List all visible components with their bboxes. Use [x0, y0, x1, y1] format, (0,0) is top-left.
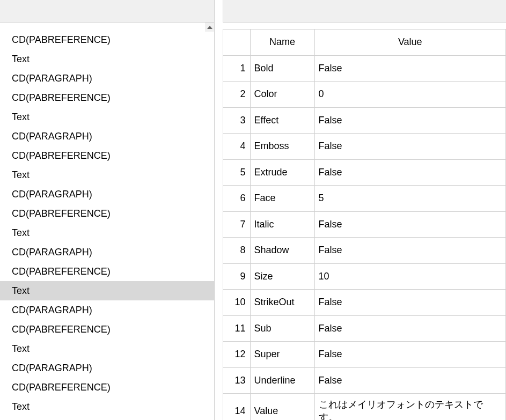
tree-list[interactable]: CD(PABREFERENCE)TextCD(PARAGRAPH)CD(PABR… — [0, 23, 214, 420]
tree-item[interactable]: Text — [0, 339, 214, 358]
tree-item[interactable]: CD(PARAGRAPH) — [0, 185, 214, 204]
table-header-row: Name Value — [223, 30, 506, 55]
table-row[interactable]: 5ExtrudeFalse — [223, 160, 506, 186]
tree-item[interactable]: CD(PABREFERENCE) — [0, 88, 214, 107]
row-index: 5 — [223, 160, 250, 186]
row-index: 8 — [223, 238, 250, 263]
property-value[interactable]: False — [314, 134, 506, 159]
property-value[interactable]: False — [314, 368, 506, 394]
property-value[interactable]: False — [314, 238, 506, 263]
property-value[interactable]: False — [314, 316, 506, 342]
property-name: Italic — [250, 212, 314, 238]
table-row[interactable]: 2Color0 — [223, 82, 506, 108]
tree-item[interactable]: CD(PABREFERENCE) — [0, 320, 214, 339]
table-row[interactable]: 11SubFalse — [223, 316, 506, 342]
row-index: 3 — [223, 108, 250, 134]
property-value[interactable]: 10 — [314, 264, 506, 290]
table-row[interactable]: 3EffectFalse — [223, 108, 506, 134]
tree-panel-header — [0, 0, 214, 23]
table-row[interactable]: 1BoldFalse — [223, 56, 506, 82]
property-value[interactable]: False — [314, 160, 506, 186]
table-row[interactable]: 9Size10 — [223, 264, 506, 290]
tree-item[interactable]: Text — [0, 165, 214, 185]
table-row[interactable]: 12SuperFalse — [223, 342, 506, 368]
column-header-value[interactable]: Value — [314, 30, 506, 55]
tree-item[interactable]: CD(PARAGRAPH) — [0, 358, 214, 378]
tree-item[interactable]: wBody — [0, 416, 214, 420]
row-index: 6 — [223, 186, 250, 211]
scroll-up-arrow-icon[interactable] — [205, 23, 214, 32]
tree-item[interactable]: CD(PABREFERENCE) — [0, 378, 214, 397]
property-value[interactable]: False — [314, 212, 506, 238]
property-name: Face — [250, 186, 314, 211]
tree-item[interactable]: CD(PARAGRAPH) — [0, 127, 214, 146]
property-name: Effect — [250, 108, 314, 134]
tree-item[interactable]: CD(PABREFERENCE) — [0, 30, 214, 49]
tree-item[interactable]: CD(PABREFERENCE) — [0, 146, 214, 165]
property-name: Sub — [250, 316, 314, 342]
row-index: 14 — [223, 394, 250, 420]
properties-panel-header — [223, 0, 506, 23]
property-name: Value — [250, 394, 314, 420]
row-index: 12 — [223, 342, 250, 367]
property-name: Bold — [250, 56, 314, 82]
table-row[interactable]: 14Valueこれはメイリオフォントのテキストです。 — [223, 394, 506, 420]
tree-item[interactable]: Text — [0, 281, 214, 300]
table-row[interactable]: 4EmbossFalse — [223, 134, 506, 160]
tree-item[interactable]: Text — [0, 107, 214, 127]
table-row[interactable]: 13UnderlineFalse — [223, 368, 506, 394]
properties-table: Name Value 1BoldFalse2Color03EffectFalse… — [223, 29, 506, 420]
tree-item[interactable]: CD(PARAGRAPH) — [0, 242, 214, 262]
property-value[interactable]: これはメイリオフォントのテキストです。 — [314, 394, 506, 420]
row-index: 1 — [223, 56, 250, 82]
property-name: Color — [250, 82, 314, 107]
property-name: Emboss — [250, 134, 314, 159]
tree-item[interactable]: CD(PARAGRAPH) — [0, 300, 214, 320]
row-index: 7 — [223, 212, 250, 238]
property-value[interactable]: False — [314, 342, 506, 367]
tree-item[interactable]: CD(PARAGRAPH) — [0, 69, 214, 88]
table-row[interactable]: 7ItalicFalse — [223, 212, 506, 238]
property-name: StrikeOut — [250, 290, 314, 315]
row-index: 10 — [223, 290, 250, 315]
properties-table-wrap: Name Value 1BoldFalse2Color03EffectFalse… — [223, 23, 506, 420]
tree-item[interactable]: Text — [0, 223, 214, 242]
property-value[interactable]: False — [314, 56, 506, 82]
tree-item[interactable]: CD(PABREFERENCE) — [0, 204, 214, 223]
properties-panel: Name Value 1BoldFalse2Color03EffectFalse… — [223, 0, 506, 420]
tree-item[interactable]: Text — [0, 49, 214, 69]
tree-item[interactable]: Text — [0, 397, 214, 416]
tree-panel: CD(PABREFERENCE)TextCD(PARAGRAPH)CD(PABR… — [0, 0, 215, 420]
panel-divider — [215, 0, 223, 420]
row-index: 9 — [223, 264, 250, 290]
property-value[interactable]: False — [314, 290, 506, 315]
row-index: 2 — [223, 82, 250, 107]
property-name: Shadow — [250, 238, 314, 263]
table-row[interactable]: 8ShadowFalse — [223, 238, 506, 264]
property-value[interactable]: 5 — [314, 186, 506, 211]
property-value[interactable]: False — [314, 108, 506, 134]
property-name: Super — [250, 342, 314, 367]
row-index: 4 — [223, 134, 250, 159]
tree-item[interactable]: CD(PABREFERENCE) — [0, 262, 214, 281]
row-index: 11 — [223, 316, 250, 342]
table-row[interactable]: 10StrikeOutFalse — [223, 290, 506, 316]
property-name: Underline — [250, 368, 314, 394]
column-header-name[interactable]: Name — [250, 30, 314, 55]
property-name: Size — [250, 264, 314, 290]
table-row[interactable]: 6Face5 — [223, 186, 506, 212]
properties-table-body: 1BoldFalse2Color03EffectFalse4EmbossFals… — [223, 56, 506, 421]
property-value[interactable]: 0 — [314, 82, 506, 107]
column-header-index[interactable] — [223, 30, 250, 55]
row-index: 13 — [223, 368, 250, 394]
property-name: Extrude — [250, 160, 314, 186]
